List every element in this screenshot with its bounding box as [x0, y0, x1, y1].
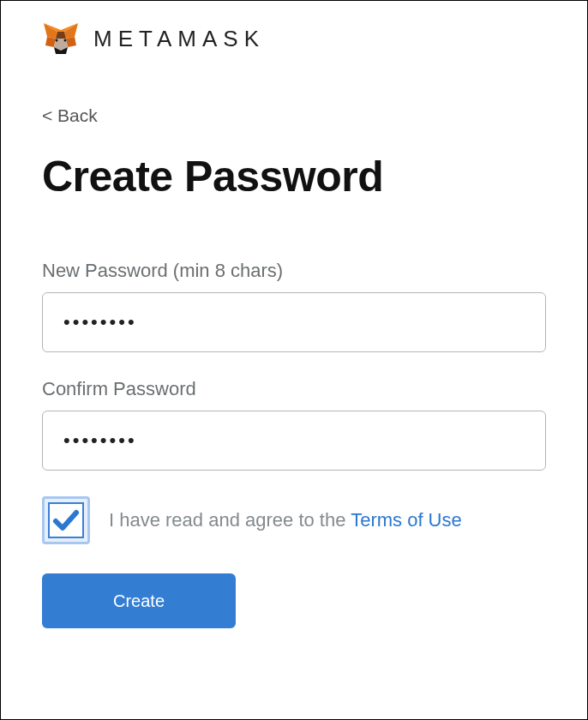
terms-of-use-link[interactable]: Terms of Use [351, 509, 462, 531]
terms-row: I have read and agree to the Terms of Us… [42, 496, 546, 544]
create-button-label: Create [113, 591, 165, 611]
checkmark-icon [51, 506, 81, 535]
create-button[interactable]: Create [42, 573, 236, 628]
checkbox-inner [48, 502, 84, 538]
terms-text: I have read and agree to the [109, 509, 351, 531]
svg-marker-0 [44, 23, 57, 39]
svg-marker-1 [64, 23, 78, 39]
svg-point-9 [64, 39, 67, 42]
new-password-input[interactable]: •••••••• [42, 292, 546, 352]
terms-text-container: I have read and agree to the Terms of Us… [109, 509, 462, 531]
new-password-label: New Password (min 8 chars) [42, 260, 546, 282]
page-title: Create Password [42, 152, 546, 201]
new-password-value: •••••••• [63, 311, 137, 333]
confirm-password-value: •••••••• [63, 429, 137, 452]
terms-checkbox[interactable] [42, 496, 90, 544]
metamask-fox-icon [42, 21, 80, 56]
svg-marker-2 [45, 37, 56, 47]
confirm-password-input[interactable]: •••••••• [42, 411, 546, 471]
back-link[interactable]: < Back [42, 105, 546, 126]
page-container: METAMASK < Back Create Password New Pass… [1, 1, 587, 649]
brand-name: METAMASK [93, 26, 265, 52]
app-header: METAMASK [42, 21, 546, 56]
svg-marker-5 [56, 32, 66, 39]
confirm-password-label: Confirm Password [42, 378, 546, 400]
svg-point-8 [56, 39, 58, 42]
svg-marker-3 [66, 37, 76, 47]
